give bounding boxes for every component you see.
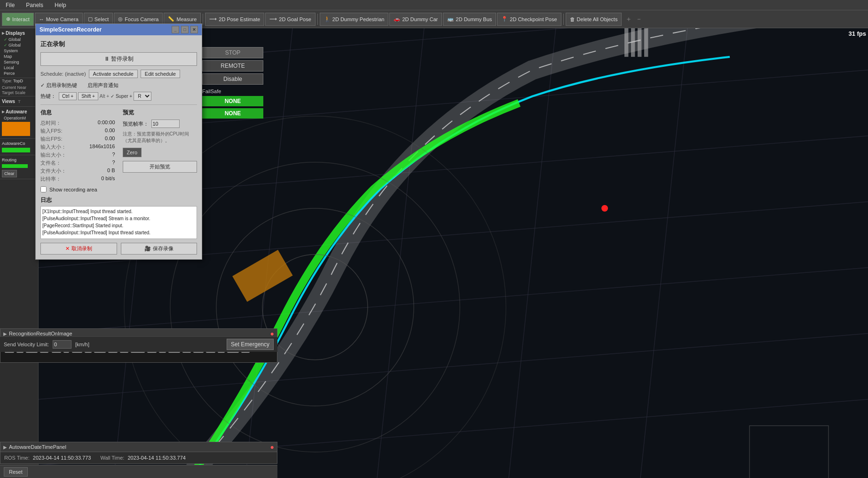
filename-value: ? [112, 159, 115, 167]
remote-button[interactable]: REMOTE [202, 60, 263, 72]
wall-time-value: 2023-04-14 11:50:33.774 [127, 455, 186, 461]
alt-label: Alt + [100, 94, 109, 99]
filename-row: 文件名： ? [40, 159, 115, 167]
checkpoint-pose-button[interactable]: 📍 2D Checkpoint Pose [497, 13, 561, 26]
focus-camera-icon: ◎ [118, 16, 123, 22]
log-title: 日志 [40, 196, 197, 204]
svg-rect-20 [631, 28, 635, 57]
input-fps-row: 输入FPS: 0.00 [40, 127, 115, 135]
sidebar-item-global2[interactable]: ✓ Global [2, 42, 36, 48]
sidebar-item-sensing[interactable]: Sensing [2, 59, 36, 65]
target-scale-label: Target Scale [2, 90, 36, 95]
preview-rate-input[interactable] [151, 120, 180, 128]
sidebar-item-perce[interactable]: Perce [2, 71, 36, 76]
fps-counter: 31 fps [848, 30, 866, 37]
autoware-section: ▶ Autoware OperationM [0, 107, 38, 139]
velocity-input[interactable] [53, 340, 71, 349]
checkpoint-pose-icon: 📍 [501, 16, 508, 22]
stop-button[interactable]: STOP [202, 47, 263, 58]
ros-time-label: ROS Time: [4, 455, 30, 461]
svg-rect-22 [644, 28, 648, 57]
hotkey-key-select[interactable]: R [134, 92, 151, 101]
log-content: [X1Input::InputThread] Input thread star… [40, 206, 197, 239]
ssr-preview-col: 预览 预览帧率： 注意：预览需要额外的CPU时间（尤其是高帧率的）。 Zero … [123, 109, 197, 183]
failsafe-row: FailSafe [202, 88, 263, 94]
hotkey-enable-row: ✓ 启用录制热键 启用声音通知 [40, 82, 197, 89]
ssr-titlebar: SimpleScreenRecorder _ □ ✕ [36, 24, 202, 35]
schedule-label: Schedule: (inactive) [40, 71, 86, 77]
dummy-bus-button[interactable]: 🚌 2D Dummy Bus [443, 13, 496, 26]
wall-time-label: Wall Time: [100, 455, 124, 461]
displays-label: Displays [6, 31, 25, 36]
shift-key-button[interactable]: Shift + [78, 92, 98, 100]
operation-status-box [2, 122, 30, 136]
show-recording-checkbox[interactable] [40, 186, 47, 192]
goal-pose-button[interactable]: ⟶ 2D Goal Pose [265, 13, 315, 26]
sidebar-item-global1[interactable]: ✓ Global [2, 37, 36, 42]
output-fps-value: 0.00 [105, 135, 115, 143]
datetime-close-button[interactable]: ● [270, 444, 274, 450]
recognition-close-button[interactable]: ● [270, 330, 274, 337]
recognition-title: RecognitionResultOnImage [9, 331, 72, 336]
save-recording-button[interactable]: 🎥 保存录像 [121, 243, 197, 255]
bitrate-label: 比特率： [40, 175, 61, 183]
ssr-close-button[interactable]: ✕ [190, 26, 198, 33]
wall-time-group: Wall Time: 2023-04-14 11:50:33.774 [100, 455, 186, 461]
recognition-expand-icon: ▶ [3, 331, 7, 336]
hotkey-combo: Ctrl + Shift + Alt + ✓ Super + R [59, 92, 151, 101]
current-near-label: Current Near [2, 85, 36, 90]
hotkey-label: 热键： [40, 93, 56, 100]
activate-schedule-button[interactable]: Activate schedule [89, 70, 138, 78]
cancel-icon: ✕ [65, 246, 70, 252]
toolbar-separator-1 [203, 14, 203, 25]
preview-rate-row: 预览帧率： [123, 120, 197, 128]
start-preview-button[interactable]: 开始预览 [123, 161, 197, 173]
clear-button[interactable]: Clear [2, 170, 17, 177]
menu-file[interactable]: File [4, 1, 16, 9]
ssr-info-col: 信息 总时间： 0:00:00 输入FPS: 0.00 输出FPS: 0.00 … [40, 109, 115, 183]
ssr-status: 正在录制 [40, 40, 197, 48]
toolbar-minus-icon[interactable]: － [636, 15, 642, 24]
ctrl-key-button[interactable]: Ctrl + [59, 92, 77, 100]
ssr-pause-button[interactable]: ⏸ 暂停录制 [40, 52, 197, 66]
routing-bar [2, 164, 28, 168]
dummy-pedestrian-button[interactable]: 🚶 2D Dummy Pedestrian [320, 13, 389, 26]
operation-mode-row: OperationM [2, 115, 36, 121]
menu-panels[interactable]: Panels [24, 1, 45, 9]
delete-all-button[interactable]: 🗑 Delete All Objects [566, 13, 622, 26]
datetime-title: AutowareDateTimePanel [9, 444, 66, 450]
sidebar-item-local[interactable]: Local [2, 65, 36, 71]
ros-time-value: 2023-04-14 11:50:33.773 [33, 455, 91, 461]
ssr-minimize-button[interactable]: _ [172, 26, 179, 33]
velocity-row: Send Velocity Limit: [km/h] Set Emergenc… [0, 336, 277, 352]
dummy-car-button[interactable]: 🚗 2D Dummy Car [389, 13, 442, 26]
input-size-label: 输入大小： [40, 143, 66, 151]
filename-label: 文件名： [40, 159, 61, 167]
log-line-3: [PageRecord::StartInput] Started input. [42, 222, 195, 229]
disable-button[interactable]: Disable [202, 73, 263, 85]
cancel-recording-button[interactable]: ✕ 取消录制 [40, 243, 117, 255]
toolbar-plus-icon[interactable]: ＋ [625, 15, 632, 24]
datetime-header-left: ▶ AutowareDateTimePanel [3, 444, 66, 450]
zero-button[interactable]: Zero [123, 148, 142, 157]
views-header[interactable]: Views T [2, 98, 36, 105]
none-button-2[interactable]: NONE [202, 108, 263, 119]
sidebar-global2-text: Global [8, 43, 21, 48]
interact-button[interactable]: ⊕ Interact [2, 13, 34, 26]
autoware-header[interactable]: ▶ Autoware [2, 108, 36, 115]
sidebar-item-system[interactable]: System [2, 48, 36, 54]
ssr-maximize-button[interactable]: □ [181, 26, 189, 33]
output-size-label: 输出大小： [40, 151, 66, 159]
input-size-value: 868x478 [89, 143, 115, 151]
edit-schedule-button[interactable]: Edit schedule [141, 70, 180, 78]
reset-button[interactable]: Reset [4, 467, 28, 477]
displays-header[interactable]: ▶ Displays [2, 30, 36, 37]
interact-icon: ⊕ [6, 16, 10, 22]
pose-estimate-button[interactable]: ⟶ 2D Pose Estimate [205, 13, 264, 26]
log-line-1: [X1Input::InputThread] Input thread star… [42, 208, 195, 215]
sidebar-item-map[interactable]: Map [2, 54, 36, 59]
none-button-1[interactable]: NONE [202, 96, 263, 106]
emergency-button[interactable]: Set Emergency [227, 339, 274, 350]
sidebar-global1-text: Global [8, 37, 21, 42]
menu-help[interactable]: Help [53, 1, 68, 9]
